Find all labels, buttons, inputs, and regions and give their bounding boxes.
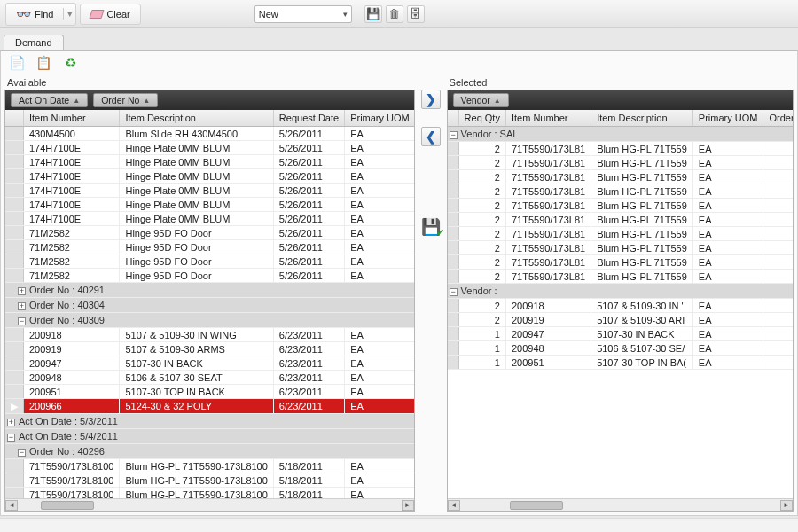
table-row[interactable]: 22009195107 & 5109-30 ARIEA40308 <box>448 313 793 327</box>
col-req-qty[interactable]: Req Qty <box>458 110 505 127</box>
table-row[interactable]: 174H7100EHinge Plate 0MM BLUM5/26/2011EA… <box>5 155 414 169</box>
table-row[interactable]: ▶2009665124-30 & 32 POLY6/23/2011EA <box>5 399 414 414</box>
table-row[interactable]: 271T5590/173L81Blum HG-PL 71T559EA40296 <box>448 156 793 170</box>
group-pill-act-on-date[interactable]: Act On Date▲ <box>11 93 88 107</box>
table-row[interactable]: 2009195107 & 5109-30 ARMS6/23/2011EAWV <box>5 342 414 356</box>
table-row[interactable]: 174H7100EHinge Plate 0MM BLUM5/26/2011EA… <box>5 141 414 155</box>
table-row[interactable]: 271T5590/173L81Blum HG-PL 71T559EA40300 <box>448 213 793 227</box>
expand-toggle[interactable]: + <box>7 419 15 426</box>
cell-item: 174H7100E <box>24 155 120 169</box>
group-row[interactable]: −Vendor : SAL <box>448 127 793 142</box>
save-icon[interactable]: 💾 <box>364 5 382 23</box>
move-left-button[interactable]: ❮ <box>421 127 441 146</box>
table-row[interactable]: 71M2582Hinge 95D FO Door5/26/2011EAHAE <box>5 226 414 240</box>
available-hscroll[interactable]: ◄ ► <box>5 498 414 511</box>
find-dropdown[interactable]: ▾ <box>63 8 74 20</box>
col-item-desc[interactable]: Item Description <box>120 110 273 127</box>
clear-button[interactable]: Clear <box>82 6 137 22</box>
scroll-left-arrow[interactable]: ◄ <box>5 500 18 511</box>
table-row[interactable]: 271T5590/173L81Blum HG-PL 71T559EA40296 <box>448 170 793 184</box>
scroll-right-arrow[interactable]: ► <box>780 500 793 511</box>
group-row[interactable]: −Act On Date : 5/4/2011 <box>5 429 414 444</box>
table-row[interactable]: 2009485106 & 5107-30 SEAT6/23/2011EAWV <box>5 371 414 385</box>
table-row[interactable]: 2009185107 & 5109-30 IN WING6/23/2011EAW… <box>5 328 414 342</box>
find-label: Find <box>35 9 53 20</box>
expand-toggle[interactable]: − <box>7 434 15 442</box>
expand-toggle[interactable]: − <box>18 317 26 325</box>
scroll-left-arrow[interactable]: ◄ <box>448 500 460 511</box>
expand-toggle[interactable]: + <box>18 302 26 310</box>
row-indicator-col[interactable] <box>448 110 459 127</box>
table-row[interactable]: 174H7100EHinge Plate 0MM BLUM5/26/2011EA… <box>5 169 414 184</box>
scroll-thumb[interactable] <box>41 501 94 510</box>
group-pill-order-no[interactable]: Order No▲ <box>93 93 158 107</box>
table-row[interactable]: 71T5590/173L8100Blum HG-PL 71T5590-173L8… <box>5 473 414 488</box>
table-row[interactable]: 271T5590/173L81Blum HG-PL 71T559EA40300 <box>448 227 793 241</box>
recycle-icon[interactable]: ♻ <box>61 54 79 72</box>
table-row[interactable]: 22009185107 & 5109-30 IN 'EA40308 <box>448 299 793 313</box>
expand-toggle[interactable]: − <box>18 449 26 457</box>
table-row[interactable]: 71M2582Hinge 95D FO Door5/26/2011EAHAE <box>5 240 414 254</box>
group-row[interactable]: −Order No : 40309 <box>5 313 414 328</box>
table-row[interactable]: 174H7100EHinge Plate 0MM BLUM5/26/2011EA… <box>5 198 414 212</box>
selected-grid-scroll[interactable]: Req Qty Item Number Item Description Pri… <box>448 110 793 498</box>
expand-toggle[interactable]: − <box>450 288 458 296</box>
cell-desc: Hinge Plate 0MM BLUM <box>120 198 273 212</box>
group-row[interactable]: −Order No : 40296 <box>5 444 414 459</box>
table-row[interactable]: 430M4500Blum Slide RH 430M45005/26/2011E… <box>5 127 414 141</box>
col-request-date[interactable]: Request Date <box>273 110 344 127</box>
find-button[interactable]: 👓 Find <box>8 5 61 23</box>
group-row[interactable]: +Order No : 40291 <box>5 283 414 298</box>
selected-hscroll[interactable]: ◄ ► <box>448 498 793 511</box>
table-row[interactable]: 174H7100EHinge Plate 0MM BLUM5/26/2011EA… <box>5 184 414 198</box>
cell-qty: 2 <box>458 270 505 284</box>
col-item-number[interactable]: Item Number <box>24 110 120 127</box>
expand-toggle[interactable]: − <box>450 131 458 139</box>
row-indicator-col[interactable] <box>5 110 24 127</box>
move-right-button[interactable]: ❯ <box>421 90 441 109</box>
group-row[interactable]: −Vendor : <box>448 284 793 299</box>
refresh-db-icon[interactable]: 🗄 <box>407 5 425 23</box>
cell-ord <box>763 170 793 184</box>
save-selection-icon[interactable]: 💾✔ <box>421 217 441 237</box>
table-row[interactable]: 174H7100EHinge Plate 0MM BLUM5/26/2011EA… <box>5 212 414 226</box>
table-row[interactable]: 271T5590/173L81Blum HG-PL 71T559EA40296 <box>448 142 793 156</box>
cell-qty: 2 <box>458 142 505 156</box>
col-item-number[interactable]: Item Number <box>505 110 591 127</box>
row-indicator <box>448 341 459 356</box>
group-row[interactable]: +Act On Date : 5/3/2011 <box>5 414 414 429</box>
table-row[interactable]: 271T5590/173L81Blum HG-PL 71T559EA40300 <box>448 270 793 284</box>
row-indicator <box>5 371 24 385</box>
group-pill-vendor[interactable]: Vendor▲ <box>453 93 509 107</box>
cell-item: 71T5590/173L81 <box>505 241 591 255</box>
col-primary-uom[interactable]: Primary UOM <box>692 110 763 127</box>
document-icon[interactable]: 📄 <box>8 54 26 72</box>
scroll-thumb[interactable] <box>510 501 563 510</box>
table-row[interactable]: 271T5590/173L81Blum HG-PL 71T559EA40296 <box>448 199 793 213</box>
table-row[interactable]: 71T5590/173L8100Blum HG-PL 71T5590-173L8… <box>5 488 414 499</box>
table-row[interactable]: 12009475107-30 IN BACKEA40308 <box>448 327 793 341</box>
table-row[interactable]: 271T5590/173L81Blum HG-PL 71T559EA40300 <box>448 255 793 270</box>
table-row[interactable]: 2009515107-30 TOP IN BACK6/23/2011EAWV <box>5 385 414 399</box>
table-row[interactable]: 12009485106 & 5107-30 SE/EA40308 <box>448 341 793 356</box>
new-select[interactable]: New ▾ <box>254 5 352 23</box>
table-row[interactable]: 271T5590/173L81Blum HG-PL 71T559EA40296 <box>448 184 793 199</box>
table-row[interactable]: 12009515107-30 TOP IN BA(EA40308 <box>448 356 793 370</box>
col-order-no[interactable]: Order No <box>763 110 793 127</box>
delete-icon[interactable]: 🗑 <box>386 5 403 23</box>
group-row[interactable]: +Order No : 40304 <box>5 298 414 313</box>
table-row[interactable]: 71M2582Hinge 95D FO Door5/26/2011EAHAE <box>5 269 414 283</box>
cell-date: 5/26/2011 <box>273 212 344 226</box>
table-row[interactable]: 71M2582Hinge 95D FO Door5/26/2011EAHAE <box>5 254 414 269</box>
table-row[interactable]: 2009475107-30 IN BACK6/23/2011EAWV <box>5 356 414 371</box>
table-row[interactable]: 71T5590/173L8100Blum HG-PL 71T5590-173L8… <box>5 459 414 473</box>
scroll-right-arrow[interactable]: ► <box>402 500 414 511</box>
col-primary-uom[interactable]: Primary UOM <box>345 110 414 127</box>
table-row[interactable]: 271T5590/173L81Blum HG-PL 71T559EA40300 <box>448 241 793 255</box>
expand-toggle[interactable]: + <box>18 287 26 295</box>
tab-demand[interactable]: Demand <box>4 35 64 50</box>
available-grid-scroll[interactable]: Item Number Item Description Request Dat… <box>5 110 414 498</box>
cell-desc: Blum HG-PL 71T559 <box>591 270 693 284</box>
new-doc-icon[interactable]: 📋 <box>35 54 52 72</box>
col-item-desc[interactable]: Item Description <box>591 110 693 127</box>
